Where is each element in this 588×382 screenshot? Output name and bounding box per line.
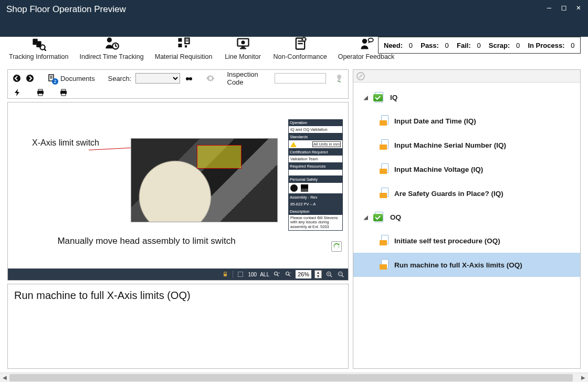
tree-item[interactable]: Are Safety Guards in Place? (IQ): [353, 181, 580, 205]
footer-all[interactable]: ALL: [260, 272, 269, 277]
svg-line-41: [277, 275, 279, 276]
tree-item-label: Initiate self test procedure (OQ): [394, 237, 500, 245]
svg-point-23: [13, 75, 20, 82]
search-dropdown[interactable]: [135, 73, 180, 84]
viewer-canvas[interactable]: X-Axis limit switch Manually move head a…: [10, 105, 346, 267]
tree-item-selected[interactable]: Run machine to full X-Axis limits (OQ): [353, 253, 580, 277]
tree-item-label: Input Date and Time (IQ): [394, 117, 476, 125]
nav-forward-button[interactable]: [26, 73, 35, 84]
material-req-icon: [176, 36, 192, 51]
feature-label: Line Monitor: [225, 53, 261, 60]
pass-value: 0: [445, 42, 449, 49]
feature-label: Operator Feedback: [338, 53, 395, 60]
svg-point-14: [241, 40, 245, 44]
feature-non-conformance[interactable]: Non-Conformance: [272, 36, 329, 60]
need-label: Need:: [384, 42, 403, 49]
horizontal-scrollbar[interactable]: ◀ ▶: [0, 373, 588, 382]
zoom-in-icon[interactable]: [325, 270, 333, 278]
inspection-code-label: Inspection Code: [227, 70, 271, 86]
non-conformance-icon: [292, 36, 308, 51]
feature-label: Non-Conformance: [274, 53, 327, 60]
operation-info-card: Operation IQ and OQ Validation Standards…: [288, 119, 343, 231]
titlebar: Shop Floor Operation Preview — □ ✕: [0, 0, 588, 37]
zoom-out-tool-icon[interactable]: −: [284, 270, 292, 278]
feature-indirect-time-tracking[interactable]: Indirect Time Tracking: [78, 36, 145, 60]
tree-item-label: Input Machine Voltage (IQ): [394, 166, 483, 173]
svg-rect-8: [178, 38, 182, 42]
callout-label: X-Axis limit switch: [32, 138, 99, 148]
feature-label: Tracking Information: [9, 53, 68, 60]
tree-item[interactable]: Input Machine Voltage (IQ): [353, 157, 580, 181]
inprocess-label: In Process:: [528, 42, 564, 49]
svg-rect-16: [240, 48, 246, 49]
scroll-thumb[interactable]: [9, 374, 573, 381]
maximize-button[interactable]: □: [560, 3, 568, 12]
gear-icon[interactable]: [206, 73, 215, 84]
svg-rect-39: [238, 272, 243, 277]
select-tool-icon[interactable]: [236, 270, 245, 278]
svg-text:+: +: [278, 271, 280, 274]
refresh-button[interactable]: [331, 241, 342, 252]
binoculars-icon[interactable]: [184, 73, 194, 84]
tree-group-oq[interactable]: ◢ OQ: [353, 205, 580, 229]
close-button[interactable]: ✕: [574, 3, 583, 12]
operator-feedback-icon: [359, 36, 374, 51]
expander-icon[interactable]: ◢: [364, 95, 369, 100]
tree-item[interactable]: Input Date and Time (IQ): [353, 109, 580, 133]
svg-rect-34: [38, 94, 43, 96]
pin-location-icon[interactable]: [334, 73, 344, 84]
minimize-button[interactable]: —: [545, 3, 553, 12]
task-doc-icon: [380, 115, 390, 127]
folder-check-icon: [373, 211, 386, 223]
documents-icon[interactable]: [47, 73, 56, 84]
zoom-in-tool-icon[interactable]: +: [272, 270, 281, 278]
tree-group-iq[interactable]: ◢ IQ: [353, 86, 580, 109]
scroll-left-arrow[interactable]: ◀: [0, 373, 9, 383]
card-assembly-val: 85-622 PV – A: [288, 201, 343, 208]
inspection-code-input[interactable]: [275, 73, 326, 84]
svg-line-44: [289, 275, 290, 276]
card-cert-val: Validation Team: [288, 156, 343, 163]
print-icon[interactable]: [35, 87, 46, 98]
print-all-icon[interactable]: [58, 87, 69, 98]
svg-rect-9: [178, 44, 182, 47]
pass-label: Pass:: [421, 42, 439, 49]
need-value: 0: [409, 42, 413, 49]
documents-label: Documents: [60, 75, 95, 82]
tree-item-label: Run machine to full X-Axis limits (OQ): [394, 261, 522, 269]
zoom-out-icon[interactable]: [337, 270, 345, 278]
svg-point-24: [26, 75, 34, 82]
lock-icon[interactable]: [221, 270, 229, 278]
instruction-caption: Manually move head assembly to limit swi…: [10, 236, 283, 246]
tree-item[interactable]: Input Machine Serial Number (IQ): [353, 133, 580, 157]
safety-boot-icon: [301, 184, 308, 192]
expander-icon[interactable]: ◢: [364, 214, 369, 220]
feature-label: Material Requisition: [155, 53, 213, 60]
nav-back-button[interactable]: [12, 73, 22, 84]
tree-item[interactable]: Initiate self test procedure (OQ): [353, 229, 580, 253]
card-operation-hdr: Operation: [288, 119, 343, 126]
indirect-time-icon: [104, 36, 120, 51]
scroll-right-arrow[interactable]: ▶: [579, 373, 588, 383]
zoom-stepper[interactable]: ▲▼: [314, 270, 322, 278]
inprocess-value: 0: [571, 42, 574, 49]
scroll-track[interactable]: [9, 373, 579, 383]
feature-tracking-information[interactable]: Tracking Information: [7, 36, 70, 60]
lightning-icon[interactable]: [12, 87, 23, 98]
feature-line-monitor[interactable]: Line Monitor: [222, 36, 264, 60]
task-doc-icon: [380, 188, 390, 199]
status-counters: Need: 0 Pass: 0 Fail: 0 Scrap: 0 In Proc…: [378, 37, 581, 54]
scrap-value: 0: [516, 42, 520, 49]
svg-point-43: [286, 272, 289, 275]
operation-tree: ◢ IQ Input Date and Time (IQ) Input Mach…: [353, 82, 580, 368]
document-viewer: X-Axis limit switch Manually move head a…: [7, 102, 349, 281]
face-mask-icon: [290, 184, 298, 192]
footer-100[interactable]: 100: [248, 272, 257, 277]
tracking-info-icon: [31, 36, 47, 51]
feature-material-requisition[interactable]: Material Requisition: [153, 36, 214, 60]
card-cert-hdr: Certification Required: [288, 149, 343, 156]
card-standards-hdr: Standards: [288, 133, 343, 140]
detail-pane: Run machine to full X-Axis limits (OQ): [7, 284, 349, 369]
right-pane-toolbar: [353, 70, 580, 82]
card-resources-cell: [288, 170, 343, 176]
